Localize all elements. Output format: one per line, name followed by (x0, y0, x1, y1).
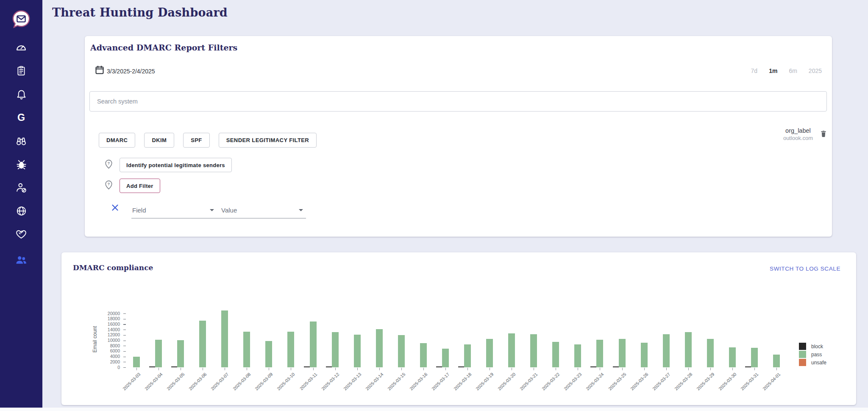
y-tick-mark (123, 341, 126, 341)
identify-senders-button[interactable]: Identify potential legitimate senders (120, 158, 232, 172)
bar-block[interactable] (149, 366, 155, 367)
calendar-icon[interactable] (95, 65, 105, 77)
filter-button-sender-legitimacy-filter[interactable]: SENDER LEGITIMACY FILTER (219, 133, 317, 148)
bar-pass[interactable] (221, 310, 228, 367)
bar-pass[interactable] (442, 349, 449, 367)
remove-filter-row-button[interactable] (111, 204, 119, 213)
bar-pass[interactable] (310, 322, 317, 367)
suggestion-row: ? Identify potential legitimate senders (104, 158, 232, 172)
chevron-down-icon (210, 209, 214, 211)
bar-pass[interactable] (243, 332, 250, 367)
add-filter-button[interactable]: Add Filter (120, 179, 160, 193)
value-select[interactable]: Value (217, 202, 306, 218)
date-range-value[interactable]: 3/3/2025-2/4/2025 (107, 68, 155, 75)
sidebar-item-partners[interactable] (12, 228, 31, 240)
range-button-1m[interactable]: 1m (769, 67, 777, 74)
bar-pass[interactable] (287, 332, 294, 367)
x-tick-label: 2025-03-26 (629, 372, 649, 391)
bar-pass[interactable] (464, 344, 471, 367)
y-tick-label: 6000 (100, 348, 120, 353)
bar-pass[interactable] (199, 321, 206, 367)
bar-pass[interactable] (663, 334, 670, 367)
horizontal-scrollbar[interactable] (0, 408, 868, 411)
selected-org: org_label outlook.com (783, 127, 828, 141)
globe-icon (16, 205, 27, 217)
legend-item-unsafe[interactable]: unsafe (799, 359, 826, 366)
bar-pass[interactable] (641, 343, 648, 367)
range-button-6m[interactable]: 6m (789, 67, 797, 74)
bar-pass[interactable] (530, 334, 537, 367)
x-tick-mark (688, 368, 689, 370)
bar-pass[interactable] (619, 339, 626, 367)
range-button-2025[interactable]: 2025 (809, 67, 822, 74)
bar-block[interactable] (326, 366, 332, 367)
delete-org-filter-button[interactable] (819, 129, 828, 140)
sidebar-item-dashboard[interactable] (12, 42, 31, 53)
bar-pass[interactable] (729, 347, 736, 367)
y-tick-mark (123, 346, 126, 346)
bar-pass[interactable] (486, 339, 493, 367)
field-select-label: Field (131, 207, 146, 214)
app-logo[interactable] (11, 9, 31, 31)
filter-button-dmarc[interactable]: DMARC (99, 133, 135, 148)
bar-block[interactable] (745, 366, 751, 367)
x-tick-mark (401, 368, 402, 370)
bar-pass[interactable] (685, 332, 692, 367)
svg-text:?: ? (108, 161, 110, 165)
bar-block[interactable] (590, 366, 596, 367)
legend-swatch-block (799, 343, 806, 350)
bar-pass[interactable] (751, 348, 758, 367)
y-tick-mark (123, 330, 126, 330)
bar-pass[interactable] (596, 340, 603, 367)
bar-block[interactable] (436, 366, 442, 367)
bar-pass[interactable] (574, 344, 581, 367)
bar-pass[interactable] (707, 339, 714, 367)
x-tick-mark (666, 368, 667, 370)
sidebar-item-discover[interactable] (12, 135, 31, 147)
sidebar-item-reports[interactable] (12, 65, 31, 77)
sidebar-item-google[interactable]: G (12, 112, 31, 123)
bar-pass[interactable] (376, 329, 383, 367)
x-tick-label: 2025-03-13 (342, 372, 362, 391)
x-tick-mark (534, 368, 534, 370)
sidebar-item-blocked-senders[interactable] (12, 182, 31, 193)
sidebar-item-threats[interactable] (12, 158, 31, 170)
bar-pass[interactable] (552, 342, 559, 367)
bar-pass[interactable] (508, 333, 515, 367)
x-tick-label: 2025-03-18 (453, 372, 472, 391)
sidebar-item-users[interactable] (12, 254, 31, 266)
filter-button-spf[interactable]: SPF (183, 133, 209, 148)
range-button-7d[interactable]: 7d (751, 67, 758, 74)
bar-pass[interactable] (354, 335, 361, 367)
x-tick-label: 2025-03-22 (541, 372, 560, 391)
bar-block[interactable] (304, 366, 310, 367)
bar-block[interactable] (613, 366, 619, 367)
field-select[interactable]: Field (131, 202, 217, 218)
bar-block[interactable] (171, 366, 177, 367)
bar-block[interactable] (458, 366, 464, 367)
legend-item-block[interactable]: block (799, 343, 826, 350)
search-input[interactable] (89, 91, 827, 112)
sidebar-item-domains[interactable] (12, 205, 31, 217)
legend-label: unsafe (811, 360, 826, 366)
svg-text:G: G (17, 112, 25, 123)
switch-log-scale-link[interactable]: SWITCH TO LOG SCALE (770, 266, 840, 272)
legend-item-pass[interactable]: pass (799, 351, 826, 358)
bar-pass[interactable] (155, 340, 162, 367)
x-tick-label: 2025-03-24 (585, 372, 604, 391)
sidebar-item-alerts[interactable] (12, 88, 31, 100)
bar-pass[interactable] (177, 340, 184, 367)
y-tick-label: 20000 (100, 311, 120, 316)
x-tick-mark (644, 368, 645, 370)
bar-pass[interactable] (398, 335, 405, 367)
bar-pass[interactable] (133, 357, 140, 367)
bar-pass[interactable] (332, 332, 339, 367)
y-axis-label: Email count (92, 310, 98, 369)
binoculars-icon (15, 135, 27, 147)
filter-button-dkim[interactable]: DKIM (144, 133, 174, 148)
bar-pass[interactable] (265, 341, 272, 367)
x-tick-mark (710, 368, 711, 370)
bar-pass[interactable] (420, 343, 427, 367)
bar-pass[interactable] (773, 355, 780, 367)
x-tick-mark (445, 368, 446, 370)
